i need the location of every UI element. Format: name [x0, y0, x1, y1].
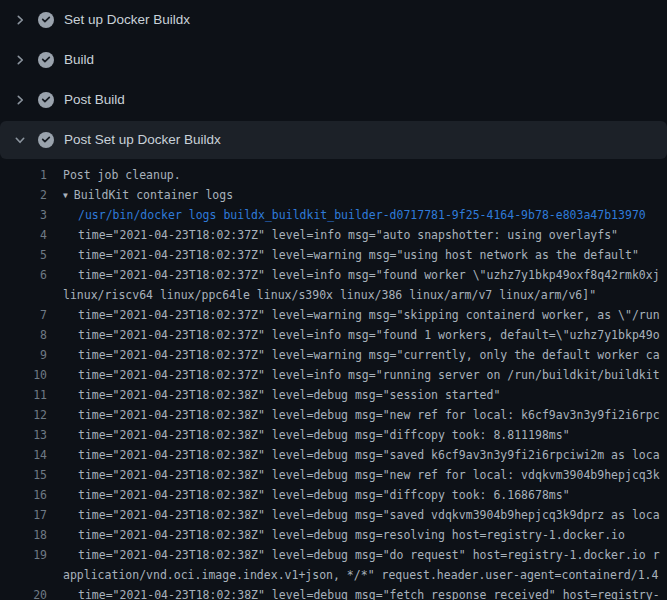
log-line: 8time="2021-04-23T18:02:37Z" level=info …	[0, 325, 667, 345]
line-number[interactable]: 12	[0, 405, 47, 425]
line-number[interactable]: 7	[0, 305, 47, 325]
log-line: 10time="2021-04-23T18:02:37Z" level=info…	[0, 365, 667, 385]
log-line: 4time="2021-04-23T18:02:37Z" level=info …	[0, 225, 667, 245]
line-number[interactable]: 8	[0, 325, 47, 345]
log-text: time="2021-04-23T18:02:38Z" level=debug …	[47, 485, 570, 505]
command-text: /usr/bin/docker logs buildx_buildkit_bui…	[47, 205, 646, 225]
check-circle-icon	[38, 52, 54, 68]
log-line: 18time="2021-04-23T18:02:38Z" level=debu…	[0, 525, 667, 545]
log-line: 15time="2021-04-23T18:02:38Z" level=debu…	[0, 465, 667, 485]
log-group-collapse-icon[interactable]: ▼	[63, 186, 68, 206]
log-line: 6time="2021-04-23T18:02:37Z" level=info …	[0, 265, 667, 285]
line-number[interactable]: 1	[0, 165, 47, 185]
log-line: 17time="2021-04-23T18:02:38Z" level=debu…	[0, 505, 667, 525]
log-text: ▼BuildKit container logs	[47, 185, 233, 207]
log-text: application/vnd.oci.image.index.v1+json,…	[47, 565, 658, 585]
line-number[interactable]: 15	[0, 465, 47, 485]
log-line: 7time="2021-04-23T18:02:37Z" level=warni…	[0, 305, 667, 325]
chevron-right-icon[interactable]	[12, 92, 28, 108]
log-text: time="2021-04-23T18:02:37Z" level=info m…	[47, 265, 660, 285]
log-text: time="2021-04-23T18:02:38Z" level=debug …	[47, 425, 570, 445]
log-text: time="2021-04-23T18:02:37Z" level=warnin…	[47, 305, 660, 325]
log-line: 19time="2021-04-23T18:02:38Z" level=debu…	[0, 545, 667, 565]
log-line: 14time="2021-04-23T18:02:38Z" level=debu…	[0, 445, 667, 465]
log-text: time="2021-04-23T18:02:37Z" level=info m…	[47, 325, 660, 345]
log-text: time="2021-04-23T18:02:38Z" level=debug …	[47, 585, 660, 600]
line-number[interactable]: 9	[0, 345, 47, 365]
log-text: time="2021-04-23T18:02:38Z" level=debug …	[47, 465, 660, 485]
log-line: 9time="2021-04-23T18:02:37Z" level=warni…	[0, 345, 667, 365]
chevron-right-icon[interactable]	[12, 12, 28, 28]
step-title: Post Build	[64, 92, 125, 108]
log-group-label: BuildKit container logs	[74, 188, 233, 202]
step-row[interactable]: Set up Docker Buildx	[0, 0, 667, 40]
step-row[interactable]: Post Build	[0, 80, 667, 120]
step-title: Build	[64, 52, 94, 68]
line-number[interactable]: 19	[0, 545, 47, 565]
line-number[interactable]: 2	[0, 185, 47, 205]
log-line: 3/usr/bin/docker logs buildx_buildkit_bu…	[0, 205, 667, 225]
line-number[interactable]: 18	[0, 525, 47, 545]
step-row[interactable]: Build	[0, 40, 667, 80]
line-number[interactable]: 17	[0, 505, 47, 525]
check-circle-icon	[38, 132, 54, 148]
log-text: time="2021-04-23T18:02:38Z" level=debug …	[47, 545, 660, 565]
log-line: 13time="2021-04-23T18:02:38Z" level=debu…	[0, 425, 667, 445]
log-line: 2▼BuildKit container logs	[0, 185, 667, 205]
log-text: time="2021-04-23T18:02:38Z" level=debug …	[47, 385, 500, 405]
log-text: time="2021-04-23T18:02:37Z" level=info m…	[47, 225, 618, 245]
step-list: Set up Docker Buildx Build	[0, 0, 667, 159]
line-number[interactable]: 3	[0, 205, 47, 225]
line-number[interactable]: 5	[0, 245, 47, 265]
line-number[interactable]: 14	[0, 445, 47, 465]
log-text: time="2021-04-23T18:02:38Z" level=debug …	[47, 505, 660, 525]
workflow-log-viewer: Set up Docker Buildx Build	[0, 0, 667, 600]
step-title: Post Set up Docker Buildx	[64, 132, 221, 148]
log-text: time="2021-04-23T18:02:37Z" level=warnin…	[47, 345, 660, 365]
line-number[interactable]: 6	[0, 265, 47, 285]
line-number[interactable]: 20	[0, 585, 47, 600]
chevron-down-icon[interactable]	[12, 132, 28, 148]
log-line: 12time="2021-04-23T18:02:38Z" level=debu…	[0, 405, 667, 425]
log-text: time="2021-04-23T18:02:38Z" level=debug …	[47, 525, 625, 545]
log-line: 1Post job cleanup.	[0, 165, 667, 185]
check-circle-icon	[38, 12, 54, 28]
line-number[interactable]: 16	[0, 485, 47, 505]
step-row[interactable]: Post Set up Docker Buildx	[0, 121, 667, 159]
line-number[interactable]: 4	[0, 225, 47, 245]
log-text: time="2021-04-23T18:02:38Z" level=debug …	[47, 405, 660, 425]
chevron-right-icon[interactable]	[12, 52, 28, 68]
log-text: time="2021-04-23T18:02:37Z" level=info m…	[47, 365, 660, 385]
step-title: Set up Docker Buildx	[64, 12, 190, 28]
log-line: 16time="2021-04-23T18:02:38Z" level=debu…	[0, 485, 667, 505]
log-text: time="2021-04-23T18:02:38Z" level=debug …	[47, 445, 660, 465]
log-line: 20time="2021-04-23T18:02:38Z" level=debu…	[0, 585, 667, 600]
log-line: 5time="2021-04-23T18:02:37Z" level=warni…	[0, 245, 667, 265]
log-area[interactable]: 1Post job cleanup.2▼BuildKit container l…	[0, 159, 667, 600]
log-line: 11time="2021-04-23T18:02:38Z" level=debu…	[0, 385, 667, 405]
log-line-continuation: application/vnd.oci.image.index.v1+json,…	[0, 565, 667, 585]
line-number[interactable]: 13	[0, 425, 47, 445]
log-text: Post job cleanup.	[47, 165, 181, 185]
check-circle-icon	[38, 92, 54, 108]
log-text: linux/riscv64 linux/ppc64le linux/s390x …	[47, 285, 596, 305]
log-text: time="2021-04-23T18:02:37Z" level=warnin…	[47, 245, 639, 265]
line-number[interactable]: 10	[0, 365, 47, 385]
line-number[interactable]: 11	[0, 385, 47, 405]
log-line-continuation: linux/riscv64 linux/ppc64le linux/s390x …	[0, 285, 667, 305]
